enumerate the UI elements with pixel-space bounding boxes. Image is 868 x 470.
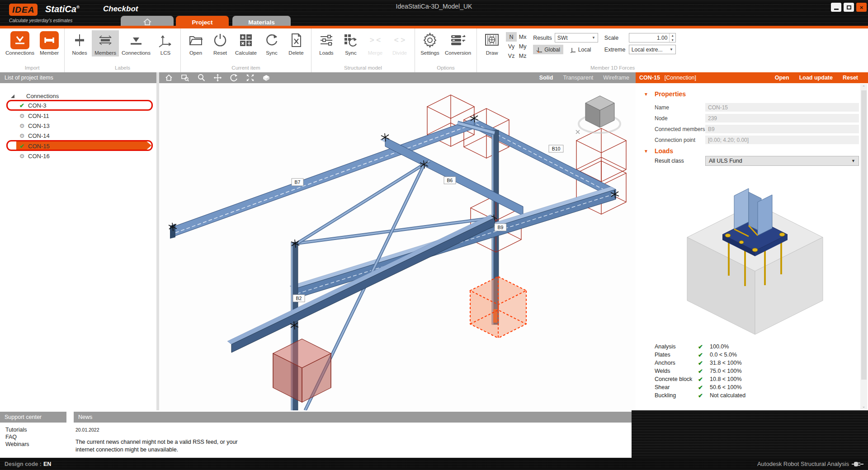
connections-toggle-button[interactable]: Connections bbox=[119, 30, 153, 56]
result-class-combo[interactable]: All ULS Fund ▼ bbox=[705, 156, 859, 166]
lcs-toggle-button[interactable]: LCS bbox=[153, 30, 178, 56]
render-mode-wireframe[interactable]: Wireframe bbox=[603, 75, 629, 81]
support-links: Tutorials FAQ Webinars bbox=[5, 427, 29, 448]
solid-view-button[interactable] bbox=[259, 73, 273, 82]
nodes-icon bbox=[70, 31, 89, 49]
property-value-field[interactable]: CON-15 bbox=[705, 103, 859, 112]
delete-button[interactable]: Delete bbox=[284, 30, 308, 56]
bim-link-status: Autodesk Robot Structural Analysis bbox=[757, 461, 863, 467]
detail-scrollbar[interactable]: ⌃ ⌄ bbox=[860, 84, 867, 409]
view-home-button[interactable] bbox=[162, 73, 175, 82]
draw-button[interactable]: Draw bbox=[480, 30, 504, 56]
properties-section-header[interactable]: ▼ Properties bbox=[644, 90, 686, 98]
tree-item-con-16[interactable]: ⚙ CON-16 bbox=[18, 151, 50, 161]
loads-button[interactable]: Loads bbox=[314, 30, 339, 56]
support-link-tutorials[interactable]: Tutorials bbox=[5, 427, 29, 433]
open-button[interactable]: Open bbox=[184, 30, 208, 56]
tree-item-con-13[interactable]: ⚙ CON-13 bbox=[18, 121, 50, 131]
detail-subtitle: [Connection] bbox=[665, 75, 696, 81]
model-viewport[interactable]: B7 B6 B10 B9 B2 bbox=[159, 83, 636, 410]
view-cube[interactable] bbox=[576, 96, 620, 134]
settings-button[interactable]: Settings bbox=[418, 30, 442, 56]
maximize-button[interactable] bbox=[844, 3, 854, 12]
scrollbar-thumb[interactable] bbox=[861, 90, 867, 380]
result-class-label: Result class bbox=[655, 158, 705, 164]
force-my-toggle[interactable]: My bbox=[517, 42, 528, 51]
divide-button[interactable]: < > Divide bbox=[387, 30, 412, 56]
pan-button[interactable] bbox=[211, 73, 224, 82]
global-toggle[interactable]: Global bbox=[533, 45, 563, 54]
scale-label: Scale bbox=[604, 35, 626, 41]
detail-open-button[interactable]: Open bbox=[775, 75, 789, 81]
section-collapse-icon[interactable]: ▼ bbox=[644, 149, 648, 154]
tree-item-label: CON-3 bbox=[28, 102, 46, 109]
minimize-button[interactable] bbox=[831, 3, 841, 12]
close-button[interactable]: × bbox=[856, 3, 867, 12]
sliders-icon bbox=[317, 31, 336, 49]
scale-spinner-arrows[interactable]: ▲▼ bbox=[669, 33, 675, 42]
scale-spinner[interactable]: 1.00 ▲▼ bbox=[629, 33, 676, 42]
force-mz-toggle[interactable]: Mz bbox=[517, 51, 528, 61]
label-b6: B6 bbox=[447, 178, 453, 183]
news-message-line1: The current news channel might not be a … bbox=[75, 438, 238, 446]
app-name: Checkbot bbox=[103, 5, 138, 14]
plug-icon bbox=[852, 461, 863, 467]
support-link-webinars[interactable]: Webinars bbox=[5, 441, 29, 447]
label-b7: B7 bbox=[295, 179, 301, 185]
connections-import-button[interactable]: Connections bbox=[3, 30, 37, 56]
members-toggle-button[interactable]: Members bbox=[92, 30, 119, 56]
loads-section-header[interactable]: ▼ Loads bbox=[644, 147, 673, 155]
support-link-faq[interactable]: FAQ bbox=[5, 434, 29, 440]
merge-button[interactable]: > < Merge bbox=[363, 30, 387, 56]
reset-button[interactable]: Reset bbox=[208, 30, 232, 56]
local-toggle[interactable]: Local bbox=[567, 45, 594, 54]
spin-down-icon[interactable]: ▼ bbox=[671, 38, 674, 42]
property-value-field[interactable]: 239 bbox=[705, 114, 859, 122]
calculate-button[interactable]: Calculate bbox=[232, 30, 259, 56]
member-import-button[interactable]: Member bbox=[37, 30, 61, 56]
zoom-button[interactable] bbox=[194, 73, 208, 82]
statusbar: Design code :EN Autodesk Robot Structura… bbox=[0, 458, 868, 470]
tree-root-connections[interactable]: Connections bbox=[11, 93, 59, 99]
rotate-button[interactable] bbox=[227, 73, 241, 82]
section-collapse-icon[interactable]: ▼ bbox=[644, 92, 648, 97]
nodes-toggle-button[interactable]: Nodes bbox=[67, 30, 92, 56]
render-mode-transparent[interactable]: Transparent bbox=[563, 75, 593, 81]
scroll-down-icon[interactable]: ⌄ bbox=[860, 404, 867, 409]
zoom-fit-button[interactable] bbox=[243, 73, 257, 82]
force-mx-toggle[interactable]: Mx bbox=[517, 32, 528, 42]
conversion-button[interactable]: Conversion bbox=[442, 30, 474, 56]
render-mode-solid[interactable]: Solid bbox=[539, 75, 553, 81]
viewport-toolbar: Solid Transparent Wireframe bbox=[159, 72, 636, 83]
tab-project-label: Project bbox=[192, 19, 213, 26]
tree-item-con-15-selected[interactable]: ✔ CON-15 bbox=[18, 141, 50, 151]
detail-load-update-button[interactable]: Load update bbox=[799, 75, 833, 81]
result-value: 100.0% bbox=[710, 343, 729, 350]
tree-item-con-14[interactable]: ⚙ CON-14 bbox=[18, 131, 50, 141]
news-date: 20.01.2022 bbox=[75, 427, 238, 432]
force-vy-toggle[interactable]: Vy bbox=[506, 42, 517, 51]
force-vz-toggle[interactable]: Vz bbox=[506, 51, 517, 61]
group-label-labels: Labels bbox=[67, 64, 178, 72]
scale-value: 1.00 bbox=[629, 35, 670, 41]
selected-connection-box[interactable] bbox=[470, 277, 526, 338]
scroll-up-icon[interactable]: ⌃ bbox=[860, 85, 867, 89]
news-header: News bbox=[74, 412, 632, 423]
results-combo[interactable]: SWt ▼ bbox=[555, 33, 598, 42]
detail-reset-button[interactable]: Reset bbox=[843, 75, 858, 81]
zoom-window-icon bbox=[181, 74, 189, 82]
zoom-window-button[interactable] bbox=[178, 73, 192, 82]
spin-up-icon[interactable]: ▲ bbox=[671, 34, 674, 37]
expander-icon[interactable] bbox=[11, 94, 14, 98]
calculator-icon bbox=[236, 31, 255, 49]
property-value-field[interactable]: B9 bbox=[705, 125, 859, 133]
property-value-field[interactable]: [0.00; 4.20; 0.00] bbox=[705, 136, 859, 144]
sync-model-button[interactable]: Sync bbox=[339, 30, 363, 56]
tree-item-con-11[interactable]: ⚙ CON-11 bbox=[18, 111, 49, 121]
sync-item-button[interactable]: Sync bbox=[259, 30, 284, 56]
extreme-combo[interactable]: Local extre... ▼ bbox=[629, 45, 676, 54]
force-n-toggle[interactable]: N bbox=[506, 32, 517, 42]
tree-item-con-3[interactable]: ✔ CON-3 bbox=[18, 100, 46, 110]
result-value: 0.0 < 5.0% bbox=[710, 352, 737, 358]
grid-sync-icon bbox=[341, 31, 360, 49]
